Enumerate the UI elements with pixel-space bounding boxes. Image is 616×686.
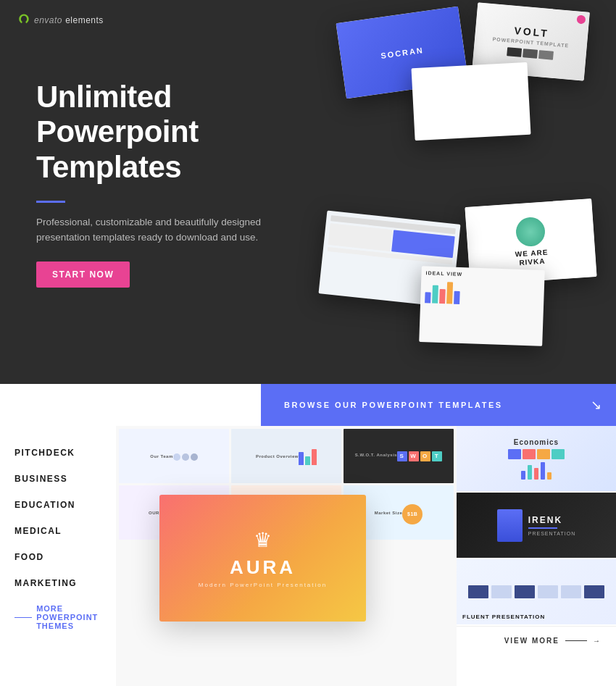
browse-section: BROWSE OUR POWERPOINT TEMPLATES ↘ PITCHD… [0,384,616,686]
hero-divider [36,201,65,203]
hero-section: envato elements Unlimited Powerpoint Tem… [0,0,616,384]
swot-w: W [409,451,419,461]
fluent-thumbnail[interactable]: FLUENT PRESENTATION [457,559,616,626]
envato-leaf-icon [17,13,30,26]
fluent-cell-4 [538,585,558,598]
irenk-person-image [497,509,523,542]
sidebar-item-education[interactable]: EDUCATION [14,500,116,510]
mini-slide-product-overview: Product Overview [231,429,341,483]
envato-logo[interactable]: envato elements [17,13,104,26]
view-more-label: VIEW MORE [504,637,559,645]
sidebar-item-business[interactable]: BUSINESS [14,474,116,484]
logo-envato-word: envato [34,15,62,25]
mini-team-label: Our Team [150,454,173,459]
more-link-label: MORE POWERPOINT THEMES [36,604,116,630]
volt-sub: POWERPOINT TEMPLATE [492,36,569,48]
grid-slide-card [411,62,530,141]
sidebar-item-food[interactable]: FOOD [14,552,116,562]
irenk-thumbnail[interactable]: IRENK PRESENTATION [457,493,616,559]
mini-slide-swot: S.W.O.T. Analysis S W O T [344,429,454,483]
fluent-cell-1 [468,585,488,598]
fluent-label: FLUENT PRESENTATION [462,614,545,620]
slide-mini-title: Ideal View [425,270,462,277]
aura-featured-card[interactable]: ♛ AURA Modern PowerPoint Presentation [159,495,366,622]
volt-title: VOLT [514,24,550,38]
rivka-circle [515,217,546,248]
more-line-decoration [14,617,32,618]
fluent-cell-2 [491,585,512,598]
browse-header-label: BROWSE OUR POWERPOINT TEMPLATES [284,401,503,409]
economics-thumbnail[interactable]: Economics [457,426,616,493]
sidebar-item-medical[interactable]: MEDICAL [14,526,116,536]
economics-title: Economics [514,438,559,446]
more-powerpoint-themes-link[interactable]: MORE POWERPOINT THEMES [14,604,116,630]
bottom-right-slide-card: Ideal View [419,266,545,346]
swot-s: S [397,451,407,461]
view-more-text[interactable]: VIEW MORE → [504,637,602,645]
economics-icons [508,449,565,459]
swot-t: T [432,451,442,461]
slides-cluster: VOLT POWERPOINT TEMPLATE BETA SOCRAN [275,0,616,384]
grid-slide-content [467,98,476,106]
logo-elements-word: elements [65,15,104,25]
economics-bars [521,462,552,480]
mini-team-avatars [173,453,198,461]
mini-slide-our-team: Our Team [119,429,229,483]
collage-left: Our Team Product Overview [116,426,457,686]
mini-market-label: Market Size [375,511,403,515]
hero-subtitle: Professional, customizable and beautiful… [36,214,275,246]
rivka-text: WE ARE RIVKA [515,248,549,267]
mini-product-label: Product Overview [256,454,299,459]
swot-o: O [420,451,430,461]
start-now-button[interactable]: START NOW [36,262,130,288]
browse-arrow-icon: ↘ [591,397,602,413]
irenk-text-area: IRENK PRESENTATION [528,515,575,536]
economics-content: Economics [508,438,565,480]
irenk-content: IRENK PRESENTATION [491,503,581,548]
slide-mini-bars [425,277,460,304]
logo-text: envato elements [34,14,104,25]
aura-crown-icon: ♛ [254,528,272,552]
mini-product-chart [299,449,317,465]
fluent-content [464,581,609,603]
fluent-cell-6 [584,585,604,598]
aura-subtitle: Modern PowerPoint Presentation [199,582,327,588]
socran-title: SOCRAN [380,45,425,59]
fluent-cell-3 [515,585,535,598]
irenk-sub: PRESENTATION [528,531,575,536]
market-circle: $1B [402,504,423,524]
view-more-bar: VIEW MORE → [457,626,616,655]
swot-header: S.W.O.T. Analysis [355,453,397,457]
volt-grid [507,47,554,60]
fluent-cell-5 [561,585,581,598]
view-more-arrow-icon: → [593,637,602,645]
thumb-col: Economics [457,426,616,686]
irenk-divider [528,527,557,529]
view-more-line [565,640,587,641]
content-row: PITCHDECK BUSINESS EDUCATION MEDICAL FOO… [0,426,616,686]
irenk-title: IRENK [528,515,575,525]
browse-header: BROWSE OUR POWERPOINT TEMPLATES ↘ [261,384,616,426]
sidebar-item-marketing[interactable]: MARKETING [14,578,116,588]
swot-letters: S W O T [397,451,442,461]
sidebar-item-pitchdeck[interactable]: PITCHDECK [14,448,116,458]
aura-title: AURA [230,556,296,579]
sidebar-nav: PITCHDECK BUSINESS EDUCATION MEDICAL FOO… [0,426,116,686]
templates-main: Our Team Product Overview [116,426,616,686]
slide-dot [576,14,586,24]
